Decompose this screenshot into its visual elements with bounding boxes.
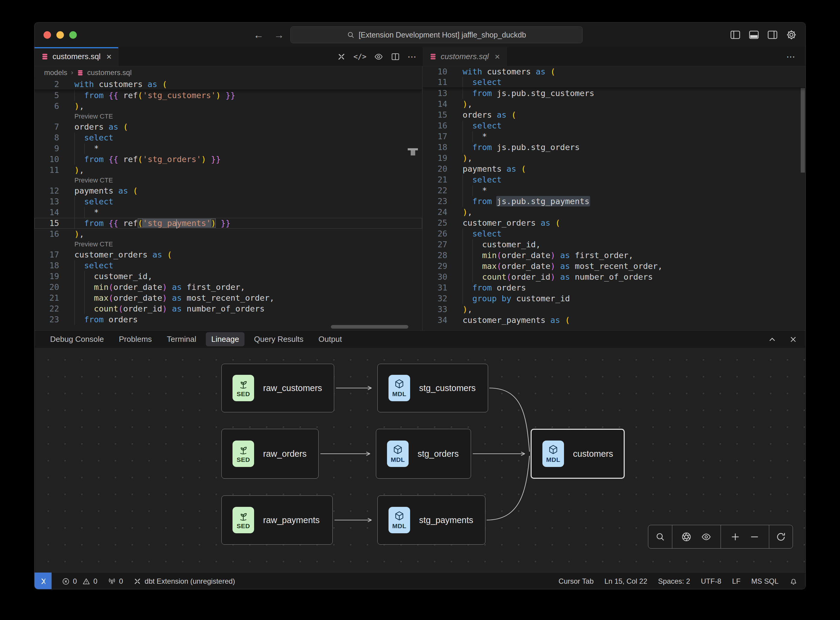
close-tab-icon[interactable]: ×: [494, 52, 500, 61]
code-line[interactable]: 23 from js.pub.stg_payments: [423, 196, 805, 207]
code-line[interactable]: 15 from {{ ref('stg_payments') }}: [35, 218, 422, 229]
code-line[interactable]: 32 group by customer_id: [423, 293, 805, 304]
code-line[interactable]: 7orders as (: [35, 122, 422, 132]
code-line[interactable]: 10with customers as (: [423, 66, 805, 77]
code-line[interactable]: 23 from orders: [35, 314, 422, 325]
more-actions-icon[interactable]: ⋯: [407, 51, 417, 62]
panel-tab-query-results[interactable]: Query Results: [249, 332, 309, 346]
code-line[interactable]: 2with customers as (: [35, 79, 422, 89]
code-line[interactable]: 10 from {{ ref('stg_orders') }}: [35, 154, 422, 165]
source-editor[interactable]: models › customers.sql 2with customers a…: [35, 66, 423, 330]
lineage-search-button[interactable]: [648, 525, 672, 548]
panel-tab-debug-console[interactable]: Debug Console: [45, 332, 109, 346]
code-line[interactable]: 28 min(order_date) as first_order,: [423, 250, 805, 261]
code-line[interactable]: 14),: [423, 99, 805, 110]
code-line[interactable]: 31 from orders: [423, 282, 805, 293]
toggle-panel-bottom-icon[interactable]: [748, 30, 759, 40]
language-mode-status[interactable]: MS SQL: [751, 577, 778, 585]
code-lens[interactable]: Preview CTE: [35, 111, 422, 122]
code-line[interactable]: 25customer_orders as (: [423, 218, 805, 229]
code-line[interactable]: 13 from js.pub.stg_customers: [423, 88, 805, 99]
code-line[interactable]: 9 *: [35, 143, 422, 154]
toggle-sidebar-right-icon[interactable]: [767, 30, 778, 40]
settings-gear-icon[interactable]: [786, 29, 797, 41]
lineage-node-stg_orders[interactable]: MDLstg_orders: [376, 429, 471, 479]
code-line[interactable]: 21 select: [423, 175, 805, 185]
lineage-node-stg_payments[interactable]: MDLstg_payments: [377, 495, 485, 545]
sticky-scroll[interactable]: 10with customers as (11 select: [423, 66, 805, 88]
breadcrumb[interactable]: models › customers.sql: [35, 66, 422, 79]
maximize-window-button[interactable]: [69, 31, 77, 39]
lineage-node-stg_customers[interactable]: MDLstg_customers: [377, 364, 488, 412]
line-col-status[interactable]: Ln 15, Col 22: [604, 577, 648, 585]
code-line[interactable]: 15orders as (: [423, 110, 805, 120]
code-line[interactable]: 16 select: [423, 120, 805, 131]
split-editor-icon[interactable]: [391, 52, 400, 61]
command-center-search[interactable]: [Extension Development Host] jaffle_shop…: [290, 26, 583, 43]
code-line[interactable]: 14 *: [35, 207, 422, 218]
sticky-scroll[interactable]: 2with customers as (: [35, 79, 422, 90]
code-lines[interactable]: 13 from js.pub.stg_customers14),15orders…: [423, 88, 805, 326]
encoding-status[interactable]: UTF-8: [701, 577, 721, 585]
code-line[interactable]: 29 max(order_date) as most_recent_order,: [423, 261, 805, 272]
code-line[interactable]: 24),: [423, 207, 805, 218]
code-line[interactable]: 20payments as (: [423, 164, 805, 175]
code-line[interactable]: 18 from js.pub.stg_orders: [423, 142, 805, 153]
code-line[interactable]: 8 select: [35, 132, 422, 143]
code-line[interactable]: 30 count(order_id) as number_of_orders: [423, 272, 805, 282]
code-line[interactable]: 33),: [423, 304, 805, 315]
code-line[interactable]: 22 *: [423, 185, 805, 196]
visibility-eye-icon[interactable]: [701, 532, 712, 542]
zoom-in-icon[interactable]: [730, 532, 741, 542]
code-line[interactable]: 20 min(order_date) as first_order,: [35, 282, 422, 293]
tab-customers-sql-right[interactable]: customers.sql ×: [423, 47, 507, 66]
panel-tab-terminal[interactable]: Terminal: [161, 332, 201, 346]
maximize-panel-icon[interactable]: [768, 335, 777, 344]
code-line[interactable]: 6),: [35, 101, 422, 111]
lineage-canvas[interactable]: SEDraw_customersMDLstg_customersSEDraw_o…: [35, 348, 805, 572]
problems-status[interactable]: 0 0: [62, 577, 98, 585]
code-line[interactable]: 5 from {{ ref('stg_customers') }}: [35, 90, 422, 101]
code-line[interactable]: 11 select: [423, 77, 805, 87]
breadcrumb-folder[interactable]: models: [44, 68, 67, 77]
code-line[interactable]: 26 select: [423, 229, 805, 239]
remote-indicator[interactable]: [35, 573, 52, 589]
panel-tab-problems[interactable]: Problems: [113, 332, 157, 346]
close-tab-icon[interactable]: ×: [106, 52, 111, 61]
more-actions-icon[interactable]: ⋯: [786, 51, 796, 62]
indentation-status[interactable]: Spaces: 2: [658, 577, 690, 585]
horizontal-scrollbar[interactable]: [331, 325, 408, 329]
code-line[interactable]: 34customer_payments as (: [423, 315, 805, 326]
navigate-back-icon[interactable]: ←: [254, 29, 264, 41]
code-line[interactable]: 13 select: [35, 196, 422, 207]
code-line[interactable]: 17customer_orders as (: [35, 249, 422, 260]
lineage-node-raw_customers[interactable]: SEDraw_customers: [221, 364, 334, 412]
code-line[interactable]: 18 select: [35, 260, 422, 271]
code-lines[interactable]: 5 from {{ ref('stg_customers') }}6),Prev…: [35, 90, 422, 325]
preview-eye-icon[interactable]: [374, 52, 383, 61]
cursor-tab-status[interactable]: Cursor Tab: [559, 577, 594, 585]
snapshot-aperture-icon[interactable]: [681, 532, 691, 542]
compiled-code-icon[interactable]: </>: [353, 53, 366, 61]
dbt-extension-status[interactable]: dbt Extension (unregistered): [133, 577, 235, 585]
code-lens[interactable]: Preview CTE: [35, 176, 422, 185]
toggle-sidebar-left-icon[interactable]: [730, 30, 741, 40]
panel-tab-lineage[interactable]: Lineage: [206, 332, 245, 346]
code-lens[interactable]: Preview CTE: [35, 239, 422, 249]
code-line[interactable]: 19 customer_id,: [35, 271, 422, 282]
tab-customers-sql-left[interactable]: customers.sql ×: [35, 47, 119, 66]
navigate-forward-icon[interactable]: →: [274, 29, 284, 41]
code-line[interactable]: 11),: [35, 165, 422, 176]
lineage-node-customers[interactable]: MDLcustomers: [531, 429, 625, 479]
dbt-action-icon[interactable]: [337, 52, 346, 61]
code-line[interactable]: 17 *: [423, 131, 805, 142]
refresh-lineage-button[interactable]: [769, 525, 793, 548]
code-line[interactable]: 21 max(order_date) as most_recent_order,: [35, 293, 422, 303]
code-line[interactable]: 22 count(order_id) as number_of_orders: [35, 303, 422, 314]
code-line[interactable]: 16),: [35, 229, 422, 239]
code-line[interactable]: 27 customer_id,: [423, 239, 805, 250]
notifications-bell-icon[interactable]: [789, 577, 798, 585]
compiled-editor[interactable]: 10with customers as (11 select 13 from j…: [423, 66, 805, 330]
lineage-node-raw_orders[interactable]: SEDraw_orders: [221, 429, 319, 479]
panel-tab-output[interactable]: Output: [313, 332, 347, 346]
